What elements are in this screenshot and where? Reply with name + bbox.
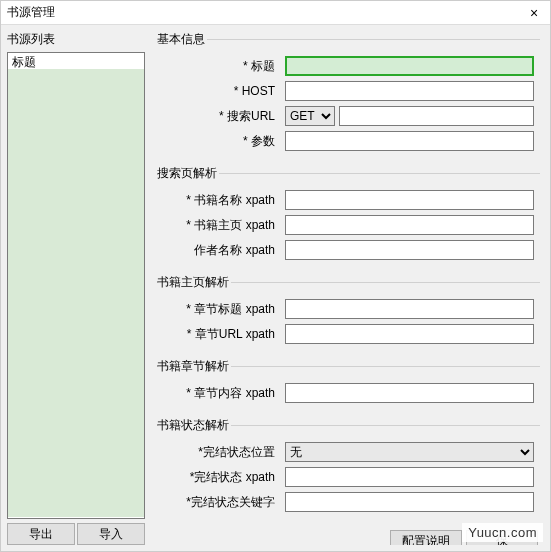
search-parse-legend: 搜索页解析 <box>155 165 219 182</box>
book-home-input[interactable] <box>285 215 534 235</box>
list-item[interactable] <box>8 165 144 181</box>
home-parse-fieldset: 书籍主页解析 * 章节标题 xpath * 章节URL xpath <box>155 274 540 352</box>
close-icon[interactable]: × <box>524 5 544 21</box>
search-url-label: * 搜索URL <box>155 108 285 125</box>
method-select[interactable]: GETPOST <box>285 106 335 126</box>
basic-legend: 基本信息 <box>155 31 207 48</box>
list-item[interactable] <box>8 501 144 517</box>
sidebar-label: 书源列表 <box>7 31 145 48</box>
list-item[interactable] <box>8 261 144 277</box>
list-item[interactable] <box>8 117 144 133</box>
watermark: Yuucn.com <box>462 523 543 542</box>
list-item[interactable] <box>8 229 144 245</box>
import-button[interactable]: 导入 <box>77 523 145 545</box>
sidebar-buttons: 导出 导入 <box>7 523 145 545</box>
list-item[interactable] <box>8 197 144 213</box>
end-keyword-input[interactable] <box>285 492 534 512</box>
book-name-label: * 书籍名称 xpath <box>155 192 285 209</box>
list-item[interactable] <box>8 85 144 101</box>
list-item[interactable] <box>8 357 144 373</box>
author-label: 作者名称 xpath <box>155 242 285 259</box>
home-parse-legend: 书籍主页解析 <box>155 274 231 291</box>
host-input[interactable] <box>285 81 534 101</box>
status-parse-fieldset: 书籍状态解析 *完结状态位置 无 *完结状态 xpath *完结状态关键字 <box>155 417 540 520</box>
window-body: 书源列表 标题 导出 导入 基本信息 * 标题 * HOST * 搜索URL <box>1 25 550 551</box>
list-item[interactable] <box>8 389 144 405</box>
list-item[interactable] <box>8 245 144 261</box>
list-item[interactable]: 标题 <box>8 53 144 69</box>
list-item[interactable] <box>8 149 144 165</box>
title-label: * 标题 <box>155 58 285 75</box>
window-title: 书源管理 <box>7 4 524 21</box>
list-item[interactable] <box>8 181 144 197</box>
list-item[interactable] <box>8 133 144 149</box>
basic-fieldset: 基本信息 * 标题 * HOST * 搜索URL GETPOST * 参数 <box>155 31 540 159</box>
end-pos-select[interactable]: 无 <box>285 442 534 462</box>
end-keyword-label: *完结状态关键字 <box>155 494 285 511</box>
list-item[interactable] <box>8 485 144 501</box>
params-input[interactable] <box>285 131 534 151</box>
book-home-label: * 书籍主页 xpath <box>155 217 285 234</box>
list-item[interactable] <box>8 405 144 421</box>
main-panel: 基本信息 * 标题 * HOST * 搜索URL GETPOST * 参数 <box>151 31 544 545</box>
chapter-content-input[interactable] <box>285 383 534 403</box>
chapter-title-input[interactable] <box>285 299 534 319</box>
search-parse-fieldset: 搜索页解析 * 书籍名称 xpath * 书籍主页 xpath 作者名称 xpa… <box>155 165 540 268</box>
source-listbox[interactable]: 标题 <box>7 52 145 519</box>
list-item[interactable] <box>8 421 144 437</box>
end-xpath-label: *完结状态 xpath <box>155 469 285 486</box>
config-help-button[interactable]: 配置说明 <box>390 530 462 545</box>
list-item[interactable] <box>8 437 144 453</box>
list-item[interactable] <box>8 101 144 117</box>
list-item[interactable] <box>8 277 144 293</box>
sidebar: 书源列表 标题 导出 导入 <box>7 31 145 545</box>
list-item[interactable] <box>8 213 144 229</box>
author-input[interactable] <box>285 240 534 260</box>
host-label: * HOST <box>155 84 285 98</box>
params-label: * 参数 <box>155 133 285 150</box>
export-button[interactable]: 导出 <box>7 523 75 545</box>
end-pos-label: *完结状态位置 <box>155 444 285 461</box>
titlebar: 书源管理 × <box>1 1 550 25</box>
list-item[interactable] <box>8 69 144 85</box>
list-item[interactable] <box>8 309 144 325</box>
chapter-title-label: * 章节标题 xpath <box>155 301 285 318</box>
list-item[interactable] <box>8 341 144 357</box>
list-item[interactable] <box>8 373 144 389</box>
chapter-parse-fieldset: 书籍章节解析 * 章节内容 xpath <box>155 358 540 411</box>
end-xpath-input[interactable] <box>285 467 534 487</box>
list-item[interactable] <box>8 293 144 309</box>
chapter-parse-legend: 书籍章节解析 <box>155 358 231 375</box>
window: 书源管理 × 书源列表 标题 导出 导入 基本信息 * 标题 * HOST <box>0 0 551 552</box>
list-item[interactable] <box>8 453 144 469</box>
chapter-url-input[interactable] <box>285 324 534 344</box>
search-url-input[interactable] <box>339 106 534 126</box>
list-item[interactable] <box>8 469 144 485</box>
title-input[interactable] <box>285 56 534 76</box>
status-parse-legend: 书籍状态解析 <box>155 417 231 434</box>
chapter-content-label: * 章节内容 xpath <box>155 385 285 402</box>
book-name-input[interactable] <box>285 190 534 210</box>
list-item[interactable] <box>8 325 144 341</box>
chapter-url-label: * 章节URL xpath <box>155 326 285 343</box>
